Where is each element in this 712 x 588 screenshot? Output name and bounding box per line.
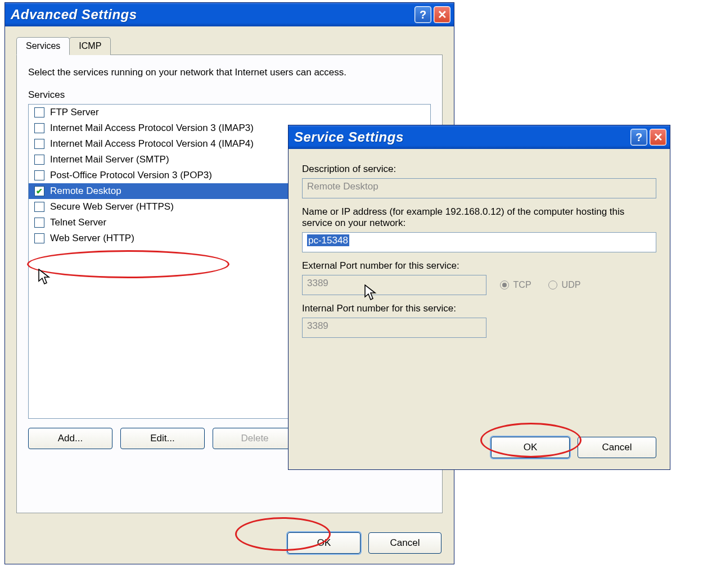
window-title: Advanced Settings: [11, 7, 137, 22]
service-settings-dialog: Service Settings ? ✕ Description of serv…: [288, 125, 670, 470]
external-port-label: External Port number for this service:: [302, 260, 656, 272]
checkbox-icon[interactable]: [34, 202, 44, 212]
list-item-label: Internet Mail Access Protocol Version 4 …: [50, 138, 254, 150]
cancel-button[interactable]: Cancel: [578, 437, 656, 458]
list-item[interactable]: FTP Server: [29, 105, 430, 120]
internal-port-field: 3389: [302, 318, 486, 338]
checkbox-icon[interactable]: [34, 107, 44, 117]
list-item-label: Secure Web Server (HTTPS): [50, 201, 174, 212]
udp-radio: UDP: [548, 280, 581, 290]
checkbox-icon[interactable]: ✔: [34, 186, 44, 196]
help-icon: ?: [636, 131, 642, 144]
checkbox-icon[interactable]: [34, 155, 44, 165]
help-icon: ?: [420, 8, 426, 21]
internal-port-label: Internal Port number for this service:: [302, 303, 656, 314]
ok-button[interactable]: OK: [491, 437, 570, 458]
host-value: pc-15348: [307, 234, 349, 246]
checkbox-icon[interactable]: [34, 233, 44, 243]
help-button[interactable]: ?: [630, 129, 647, 146]
external-port-value: 3389: [307, 278, 328, 288]
checkbox-icon[interactable]: [34, 139, 44, 149]
window-title: Service Settings: [294, 129, 404, 145]
list-item-label: Web Server (HTTP): [50, 233, 134, 244]
close-button[interactable]: ✕: [434, 6, 450, 23]
description-label: Description of service:: [302, 164, 656, 175]
list-item-label: Telnet Server: [50, 217, 106, 228]
list-item-label: Post-Office Protocol Version 3 (POP3): [50, 170, 212, 181]
close-icon: ✕: [438, 8, 447, 21]
help-button[interactable]: ?: [414, 6, 431, 23]
description-value: Remote Desktop: [307, 181, 378, 192]
titlebar[interactable]: Service Settings ? ✕: [289, 125, 670, 149]
tab-services[interactable]: Services: [16, 37, 70, 55]
tcp-label: TCP: [513, 280, 531, 290]
delete-button: Delete: [213, 428, 297, 449]
host-field[interactable]: pc-15348: [302, 232, 656, 252]
list-item-label: Internet Mail Access Protocol Version 3 …: [50, 123, 254, 134]
edit-button[interactable]: Edit...: [120, 428, 205, 449]
instruction-text: Select the services running on your netw…: [28, 66, 431, 79]
list-item-label: FTP Server: [50, 107, 99, 118]
add-button[interactable]: Add...: [28, 428, 112, 449]
radio-icon: [500, 281, 509, 290]
close-icon: ✕: [654, 130, 663, 144]
tcp-radio: TCP: [500, 280, 531, 290]
external-port-field: 3389: [302, 275, 486, 295]
cancel-button[interactable]: Cancel: [368, 532, 441, 554]
list-item-label: Internet Mail Server (SMTP): [50, 154, 169, 165]
internal-port-value: 3389: [307, 320, 328, 331]
tab-icmp[interactable]: ICMP: [69, 37, 111, 55]
services-label: Services: [28, 89, 431, 101]
checkbox-icon[interactable]: [34, 123, 44, 133]
checkbox-icon[interactable]: [34, 170, 44, 180]
list-item-label: Remote Desktop: [50, 186, 121, 197]
radio-icon: [548, 281, 557, 290]
udp-label: UDP: [562, 280, 581, 290]
close-button[interactable]: ✕: [650, 129, 666, 146]
ok-button[interactable]: OK: [287, 532, 360, 554]
titlebar[interactable]: Advanced Settings ? ✕: [5, 3, 454, 26]
checkbox-icon[interactable]: [34, 218, 44, 228]
host-label: Name or IP address (for example 192.168.…: [302, 206, 656, 229]
description-field: Remote Desktop: [302, 178, 656, 198]
tab-strip: Services ICMP: [16, 37, 443, 55]
